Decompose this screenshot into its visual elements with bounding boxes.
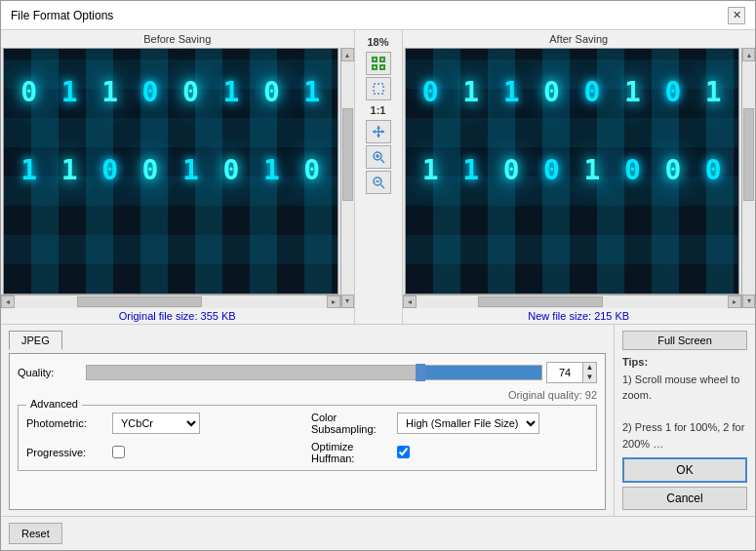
tips-section: Tips: 1) Scroll mouse wheel to zoom. 2) … (622, 356, 747, 453)
options-section: JPEG Quality: ▲ ▼ (1, 325, 614, 517)
after-image-container[interactable]: 0 1 1 0 0 1 0 1 1 1 0 0 (405, 48, 740, 295)
before-file-size: Original file size: 355 KB (1, 308, 354, 324)
new-size-label: New file size: (528, 310, 591, 322)
progressive-checkbox[interactable] (112, 446, 125, 458)
digit: 0 (532, 132, 572, 210)
dialog: File Format Options ✕ Before Saving 0 1 … (0, 0, 756, 551)
before-scrollbar-h[interactable]: ◂ ▸ (1, 295, 340, 308)
scroll-track-v-after (742, 61, 755, 295)
photometric-select[interactable]: YCbCr RGB (112, 413, 200, 434)
scroll-track-v (341, 61, 354, 295)
digit: 1 (411, 132, 451, 210)
cancel-button[interactable]: Cancel (622, 487, 747, 510)
quality-input[interactable] (547, 363, 582, 382)
after-canvas: 0 1 1 0 0 1 0 1 1 1 0 0 (406, 49, 739, 294)
digit: 1 (90, 54, 130, 132)
new-size-value: 215 KB (594, 310, 629, 322)
before-image-container[interactable]: 0 1 1 0 0 1 0 1 1 1 0 0 (3, 48, 338, 295)
digit: 0 (292, 132, 332, 210)
digit: 0 (9, 54, 49, 132)
svg-rect-1 (380, 58, 384, 61)
zoom-1-1-label: 1:1 (371, 104, 386, 116)
right-panel: Full Screen Tips: 1) Scroll mouse wheel … (614, 325, 755, 517)
tab-bar: JPEG (9, 331, 606, 349)
digit: 0 (694, 132, 734, 210)
photometric-col: Photometric: YCbCr RGB (26, 413, 303, 434)
pan-btn[interactable] (366, 120, 391, 143)
scroll-thumb-v[interactable] (342, 108, 353, 201)
selection-icon (372, 82, 385, 96)
scroll-thumb-h[interactable] (77, 296, 202, 307)
svg-marker-7 (377, 126, 380, 129)
digit: 1 (171, 132, 211, 210)
before-scrollbar-v[interactable]: ▴ ▾ (340, 48, 354, 308)
original-quality-note: Original quality: 92 (18, 389, 597, 401)
quality-slider[interactable] (86, 365, 542, 380)
advanced-group: Advanced Photometric: YCbCr RGB Color Su… (18, 405, 597, 471)
digit: 0 (211, 132, 251, 210)
color-subsampling-select[interactable]: High (Smaller File Size) Medium Low (397, 413, 539, 434)
reset-button[interactable]: Reset (9, 523, 62, 544)
after-scrollbar-h[interactable]: ◂ ▸ (403, 295, 742, 308)
scroll-up-btn[interactable]: ▴ (341, 48, 354, 61)
optimize-checkbox[interactable] (397, 446, 410, 458)
digit: 1 (572, 132, 612, 210)
scroll-up-btn-after[interactable]: ▴ (742, 48, 755, 61)
optimize-col: Optimize Huffman: (311, 441, 588, 464)
selection-btn[interactable] (366, 77, 391, 100)
bottom-buttons: Reset (1, 516, 755, 550)
digit: 0 (491, 132, 531, 210)
digit: 1 (491, 54, 531, 132)
fit-to-window-btn[interactable] (366, 52, 391, 75)
digit: 1 (49, 54, 89, 132)
full-screen-button[interactable]: Full Screen (622, 331, 747, 350)
toolbar: 18% 1:1 (354, 30, 403, 324)
digit: 1 (694, 54, 734, 132)
advanced-legend: Advanced (26, 398, 82, 410)
before-label: Before Saving (1, 30, 354, 48)
scroll-track-h (15, 295, 327, 308)
scroll-left-btn-after[interactable]: ◂ (403, 295, 417, 308)
digit: 1 (9, 132, 49, 210)
preview-section: Before Saving 0 1 1 0 0 1 (1, 30, 755, 325)
digit: 1 (613, 54, 653, 132)
svg-marker-9 (373, 130, 376, 134)
spin-down-btn[interactable]: ▼ (582, 373, 596, 382)
quality-label: Quality: (18, 367, 86, 378)
svg-marker-10 (381, 130, 384, 134)
right-buttons: OK Cancel (622, 457, 747, 510)
digit: 0 (130, 132, 170, 210)
pan-icon (372, 125, 385, 138)
digit: 1 (49, 132, 89, 210)
color-sub-col: Color Subsampling: High (Smaller File Si… (311, 412, 588, 435)
digit: 0 (171, 54, 211, 132)
scroll-right-btn[interactable]: ▸ (327, 295, 340, 308)
scroll-right-btn-after[interactable]: ▸ (728, 295, 741, 308)
close-button[interactable]: ✕ (728, 7, 745, 24)
optimize-label: Optimize Huffman: (311, 441, 389, 464)
digit: 0 (90, 132, 130, 210)
svg-rect-4 (374, 84, 383, 94)
spin-up-btn[interactable]: ▲ (582, 363, 596, 373)
ok-button[interactable]: OK (622, 457, 747, 483)
scroll-left-btn[interactable]: ◂ (1, 295, 15, 308)
svg-marker-8 (377, 135, 380, 138)
tips-label: Tips: (622, 356, 747, 368)
scroll-down-btn[interactable]: ▾ (341, 295, 354, 308)
scroll-thumb-h-after[interactable] (478, 296, 603, 307)
photometric-label: Photometric: (26, 417, 104, 429)
zoom-in-icon (372, 150, 385, 164)
zoom-in-btn[interactable] (366, 145, 391, 169)
scroll-down-btn-after[interactable]: ▾ (742, 295, 755, 308)
before-panel: Before Saving 0 1 1 0 0 1 (1, 30, 354, 324)
before-image-area: 0 1 1 0 0 1 0 1 1 1 0 0 (1, 48, 354, 308)
digit: 0 (653, 132, 693, 210)
digit: 1 (211, 54, 251, 132)
scroll-thumb-v-after[interactable] (743, 108, 754, 201)
after-scrollbar-v[interactable]: ▴ ▾ (741, 48, 755, 308)
zoom-out-btn[interactable] (366, 171, 391, 194)
zoom-out-icon (372, 176, 385, 189)
after-main: 0 1 1 0 0 1 0 1 1 1 0 0 (403, 48, 742, 308)
jpeg-tab[interactable]: JPEG (9, 331, 62, 350)
zoom-percent: 18% (367, 36, 388, 48)
